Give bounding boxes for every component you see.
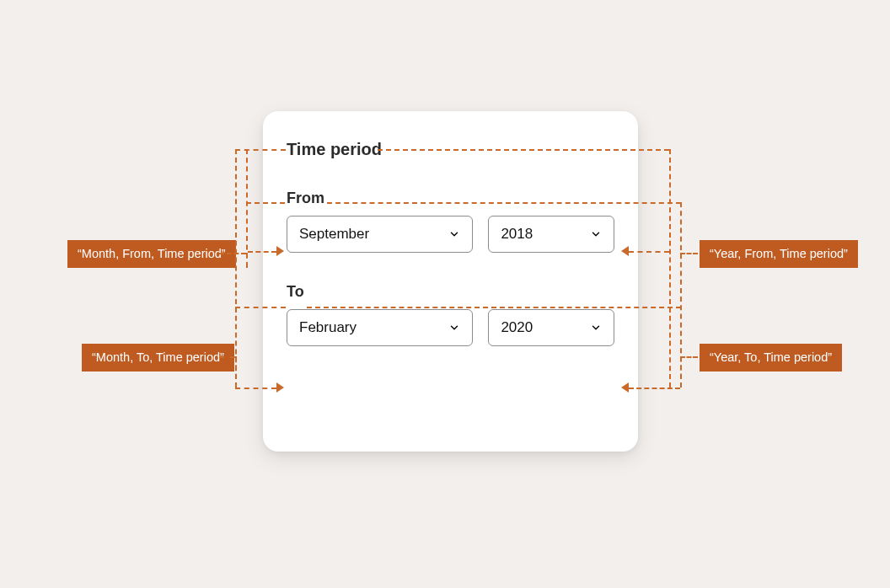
connector-line — [378, 149, 669, 151]
arrow-left-icon — [621, 382, 629, 393]
connector-line — [246, 149, 248, 267]
chevron-down-icon — [590, 228, 602, 240]
from-year-value: 2018 — [501, 226, 533, 243]
connector-line — [248, 251, 276, 253]
connector-line — [307, 307, 681, 308]
to-month-select[interactable]: February — [287, 309, 473, 346]
annotation-to-month: “Month, To, Time period” — [82, 344, 234, 372]
connector-line — [219, 356, 235, 358]
to-group: To February 2020 — [287, 283, 614, 346]
connector-line — [246, 202, 285, 204]
time-period-card: Time period From September 2018 — [263, 111, 638, 452]
connector-line — [235, 149, 286, 151]
from-select-row: September 2018 — [287, 216, 614, 253]
connector-line — [235, 388, 276, 389]
annotation-from-year: “Year, From, Time period” — [700, 240, 858, 268]
connector-line — [235, 149, 237, 388]
connector-line — [680, 356, 698, 358]
from-month-select[interactable]: September — [287, 216, 473, 253]
arrow-left-icon — [621, 246, 629, 256]
from-label: From — [287, 190, 614, 207]
connector-line — [629, 251, 669, 253]
to-select-row: February 2020 — [287, 309, 614, 346]
connector-line — [680, 253, 698, 254]
chevron-down-icon — [448, 228, 460, 240]
to-year-select[interactable]: 2020 — [488, 309, 614, 346]
arrow-right-icon — [276, 382, 284, 393]
connector-line — [219, 253, 246, 254]
arrow-right-icon — [276, 246, 284, 256]
chevron-down-icon — [590, 322, 602, 334]
connector-line — [669, 149, 671, 388]
to-year-value: 2020 — [501, 319, 533, 336]
annotation-to-year: “Year, To, Time period” — [700, 344, 842, 372]
annotation-from-month: “Month, From, Time period” — [67, 240, 236, 268]
connector-line — [246, 253, 248, 268]
connector-line — [235, 356, 237, 388]
from-month-value: September — [299, 226, 369, 243]
connector-line — [327, 202, 681, 204]
chevron-down-icon — [448, 322, 460, 334]
connector-line — [629, 388, 680, 389]
to-month-value: February — [299, 319, 357, 336]
connector-line — [235, 307, 286, 308]
from-year-select[interactable]: 2018 — [488, 216, 614, 253]
connector-line — [680, 356, 682, 388]
diagram-stage: Time period From September 2018 — [0, 0, 890, 588]
to-label: To — [287, 283, 614, 301]
from-group: From September 2018 — [287, 190, 614, 253]
